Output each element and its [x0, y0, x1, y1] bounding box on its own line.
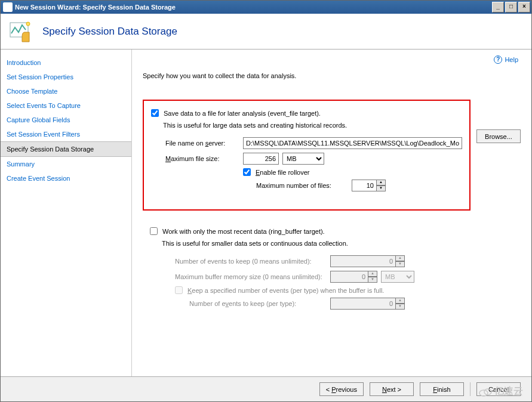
intro-text: Specify how you want to collect the data… [143, 72, 521, 79]
spinner-up-icon: ▲ [395, 255, 405, 261]
browse-button[interactable]: Browse... [476, 129, 521, 143]
num-events-spinner: ▲ ▼ [395, 255, 405, 267]
app-icon [3, 2, 13, 12]
spinner-up-icon[interactable]: ▲ [376, 180, 386, 185]
max-mem-unit: MB [381, 271, 414, 283]
nav-create-event-session[interactable]: Create Event Session [1, 171, 131, 185]
footer: < Previous Next > Finish Cancel [1, 376, 531, 401]
spinner-down-icon[interactable]: ▼ [376, 185, 386, 191]
wizard-icon [9, 19, 34, 44]
close-button[interactable]: × [518, 2, 530, 13]
spinner-up-icon: ▲ [395, 298, 405, 304]
svg-point-1 [26, 22, 30, 26]
num-per-type-input [330, 298, 396, 310]
finish-button[interactable]: Finish [420, 382, 464, 396]
spinner-down-icon: ▼ [395, 261, 405, 267]
cancel-button[interactable]: Cancel [476, 382, 521, 396]
save-file-label: Save data to a file for later analysis (… [164, 110, 321, 117]
max-file-size-label: Maximum file size: [165, 155, 243, 162]
spinner-down-icon: ▼ [368, 277, 377, 283]
minimize-button[interactable]: _ [492, 2, 504, 13]
ring-buffer-checkbox[interactable] [150, 227, 158, 235]
page-header: Specify Session Data Storage [1, 14, 531, 50]
save-file-desc: This is useful for large data sets and c… [163, 122, 462, 129]
nav-choose-template[interactable]: Choose Template [1, 84, 131, 98]
max-mem-label: Maximum buffer memory size (0 means unli… [175, 273, 330, 280]
nav-set-session-properties[interactable]: Set Session Properties [1, 70, 131, 84]
nav-select-events[interactable]: Select Events To Capture [1, 98, 131, 113]
maximize-button[interactable]: □ [505, 2, 517, 13]
nav-sidebar: Introduction Set Session Properties Choo… [1, 50, 132, 376]
num-per-type-spinner: ▲ ▼ [395, 298, 405, 310]
previous-button[interactable]: < Previous [319, 382, 364, 396]
file-name-label: File name on server: [165, 140, 243, 147]
max-mem-spinner: ▲ ▼ [368, 271, 377, 283]
nav-set-event-filters[interactable]: Set Session Event Filters [1, 127, 131, 141]
nav-specify-data-storage[interactable]: Specify Session Data Storage [1, 141, 131, 157]
save-file-checkbox[interactable] [151, 109, 159, 117]
spinner-up-icon: ▲ [368, 271, 377, 277]
save-file-section: Save data to a file for later analysis (… [143, 100, 471, 211]
content-pane: ? Help Specify how you want to collect t… [132, 50, 531, 376]
ring-buffer-label: Work with only the most recent data (rin… [162, 228, 325, 235]
file-name-input[interactable] [243, 137, 462, 149]
keep-per-type-label: Keep a specified number of events (per t… [187, 287, 384, 294]
nav-introduction[interactable]: Introduction [1, 55, 131, 70]
spinner-down-icon: ▼ [395, 304, 405, 310]
nav-summary[interactable]: Summary [1, 157, 131, 171]
next-button[interactable]: Next > [370, 382, 414, 396]
enable-rollover-checkbox[interactable] [243, 168, 251, 176]
max-files-spinner[interactable]: ▲ ▼ [376, 180, 386, 191]
help-link[interactable]: ? Help [494, 55, 518, 64]
num-events-input [330, 255, 396, 267]
num-per-type-label: Number of events to keep (per type): [189, 300, 330, 307]
max-files-input[interactable] [352, 180, 377, 191]
help-label: Help [505, 56, 518, 63]
max-mem-input [330, 271, 368, 283]
max-file-size-input[interactable] [243, 153, 279, 165]
page-title: Specify Session Data Storage [42, 26, 177, 38]
window-title: New Session Wizard: Specify Session Data… [15, 4, 492, 11]
max-files-label: Maximum number of files: [256, 182, 352, 189]
wizard-window: New Session Wizard: Specify Session Data… [0, 0, 532, 402]
titlebar: New Session Wizard: Specify Session Data… [1, 1, 531, 14]
ring-buffer-desc: This is useful for smaller data sets or … [162, 240, 513, 247]
ring-buffer-section: Work with only the most recent data (rin… [143, 227, 521, 310]
max-file-size-unit[interactable]: MB [282, 153, 324, 165]
help-icon: ? [494, 55, 502, 64]
keep-per-type-checkbox [175, 286, 183, 294]
enable-rollover-label: Enable file rollover [256, 169, 310, 176]
num-events-label: Number of events to keep (0 means unlimi… [175, 258, 330, 265]
nav-capture-global-fields[interactable]: Capture Global Fields [1, 113, 131, 127]
